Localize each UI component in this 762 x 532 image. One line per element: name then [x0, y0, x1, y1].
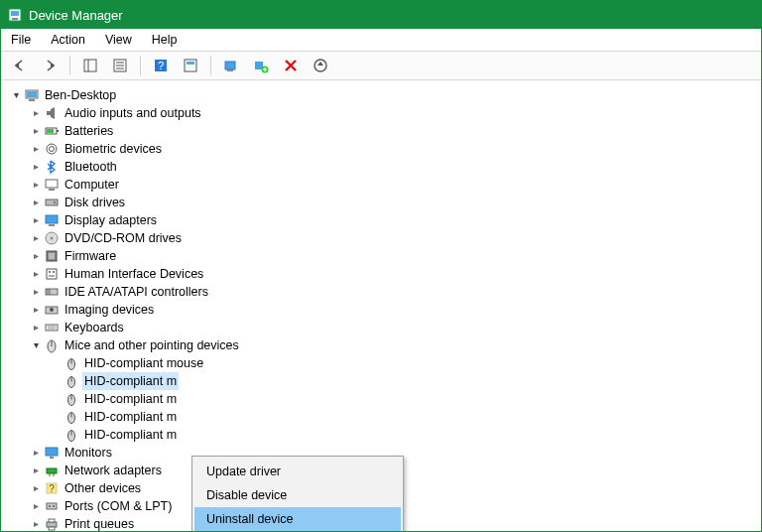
- device-label: HID-compliant mouse: [82, 354, 205, 372]
- category-label: Network adapters: [63, 462, 164, 479]
- device-label: HID-compliant m: [82, 408, 179, 426]
- expand-icon[interactable]: ▸: [29, 515, 43, 532]
- update-driver-button[interactable]: [308, 53, 333, 78]
- svg-rect-16: [227, 69, 233, 71]
- help-button[interactable]: ?: [148, 53, 174, 78]
- svg-point-46: [49, 271, 51, 273]
- svg-rect-31: [57, 130, 59, 132]
- tree-category[interactable]: ▸Display adapters: [9, 211, 761, 229]
- expand-icon[interactable]: ▸: [29, 319, 43, 336]
- tree-category[interactable]: ▾Mice and other pointing devices: [9, 336, 761, 354]
- svg-rect-44: [49, 253, 55, 259]
- expand-icon[interactable]: ▸: [29, 104, 43, 122]
- expand-icon[interactable]: ▸: [29, 462, 43, 479]
- tree-device[interactable]: HID-compliant m: [9, 372, 761, 390]
- expand-icon[interactable]: ▸: [29, 194, 43, 211]
- tree-category[interactable]: ▸Audio inputs and outputs: [9, 104, 761, 122]
- ctx-update-driver[interactable]: Update driver: [194, 460, 401, 483]
- properties-button[interactable]: [107, 53, 133, 78]
- svg-rect-26: [27, 91, 37, 97]
- tree-category[interactable]: ▸DVD/CD-ROM drives: [9, 229, 761, 247]
- tree-category[interactable]: ▸Bluetooth: [9, 158, 761, 176]
- svg-rect-54: [46, 325, 58, 331]
- category-label: DVD/CD-ROM drives: [63, 229, 184, 247]
- expand-icon[interactable]: ▸: [29, 140, 43, 158]
- expand-icon[interactable]: ▸: [29, 301, 43, 319]
- tree-device[interactable]: HID-compliant m: [9, 408, 761, 426]
- expand-icon[interactable]: ▸: [29, 479, 43, 497]
- device-tree[interactable]: ▾ Ben-Desktop ▸Audio inputs and outputs▸…: [1, 80, 761, 532]
- category-label: Audio inputs and outputs: [63, 104, 203, 122]
- expand-icon[interactable]: ▸: [29, 176, 43, 194]
- expand-icon[interactable]: ▸: [29, 444, 43, 462]
- tree-category[interactable]: ▸Computer: [9, 176, 761, 194]
- category-icon: [43, 284, 61, 300]
- expand-icon[interactable]: ▸: [29, 283, 43, 301]
- category-label: Biometric devices: [63, 140, 164, 158]
- show-hide-tree-button[interactable]: [77, 53, 103, 78]
- tree-category[interactable]: ▸Keyboards: [9, 319, 761, 336]
- add-legacy-hw-button[interactable]: [248, 53, 274, 78]
- ctx-uninstall-device[interactable]: Uninstall device: [194, 507, 401, 531]
- category-label: Other devices: [63, 479, 143, 497]
- category-icon: [43, 105, 61, 121]
- tree-device[interactable]: HID-compliant m: [9, 426, 761, 444]
- category-icon: [43, 302, 61, 318]
- tree-category[interactable]: ▸Imaging devices: [9, 301, 761, 319]
- forward-button[interactable]: [37, 53, 63, 78]
- svg-text:?: ?: [158, 60, 164, 71]
- ctx-disable-device[interactable]: Disable device: [194, 483, 401, 507]
- svg-rect-27: [29, 99, 35, 101]
- menu-file[interactable]: File: [11, 33, 31, 47]
- category-icon: [43, 445, 61, 461]
- expand-icon[interactable]: ▸: [29, 229, 43, 247]
- mouse-icon: [63, 391, 80, 407]
- expand-icon[interactable]: ▸: [29, 497, 43, 515]
- tree-device[interactable]: HID-compliant mouse: [9, 354, 761, 372]
- tree-root[interactable]: ▾ Ben-Desktop: [9, 86, 761, 104]
- svg-rect-40: [49, 224, 55, 226]
- svg-point-33: [47, 144, 57, 154]
- expand-icon[interactable]: ▾: [9, 86, 23, 104]
- expand-icon[interactable]: ▸: [29, 122, 43, 140]
- back-button[interactable]: [7, 53, 33, 78]
- category-label: Batteries: [63, 122, 115, 140]
- svg-rect-28: [47, 111, 51, 115]
- expand-icon[interactable]: ▾: [29, 336, 43, 354]
- app-icon: [7, 7, 23, 23]
- menu-help[interactable]: Help: [152, 33, 178, 47]
- expand-icon[interactable]: ▸: [29, 158, 43, 176]
- svg-point-42: [51, 237, 54, 240]
- tree-category[interactable]: ▸Disk drives: [9, 194, 761, 211]
- category-label: Bluetooth: [63, 158, 119, 176]
- mouse-icon: [63, 427, 80, 443]
- scan-hardware-button[interactable]: [218, 53, 244, 78]
- toolbar-separator: [210, 56, 211, 75]
- uninstall-button[interactable]: [278, 53, 304, 78]
- toolbar-separator: [140, 56, 141, 75]
- tree-category[interactable]: ▸Batteries: [9, 122, 761, 140]
- expand-icon[interactable]: ▸: [29, 265, 43, 283]
- category-icon: [43, 266, 61, 282]
- tree-category[interactable]: ▸IDE ATA/ATAPI controllers: [9, 283, 761, 301]
- svg-point-34: [50, 147, 55, 152]
- menu-action[interactable]: Action: [51, 33, 85, 47]
- svg-marker-4: [51, 63, 55, 68]
- action-button[interactable]: [178, 53, 203, 78]
- category-icon: [43, 123, 61, 139]
- tree-category[interactable]: ▸Firmware: [9, 247, 761, 265]
- expand-icon[interactable]: ▸: [29, 247, 43, 265]
- mouse-icon: [63, 373, 80, 389]
- category-label: Monitors: [63, 444, 114, 462]
- category-icon: [43, 248, 61, 264]
- tree-category[interactable]: ▸Biometric devices: [9, 140, 761, 158]
- svg-rect-45: [47, 269, 57, 279]
- window-title: Device Manager: [29, 8, 123, 23]
- menu-view[interactable]: View: [105, 33, 132, 47]
- category-icon: [43, 141, 61, 157]
- tree-category[interactable]: ▸Human Interface Devices: [9, 265, 761, 283]
- expand-icon[interactable]: ▸: [29, 211, 43, 229]
- svg-rect-80: [49, 519, 55, 522]
- svg-point-77: [49, 505, 51, 507]
- tree-device[interactable]: HID-compliant m: [9, 390, 761, 408]
